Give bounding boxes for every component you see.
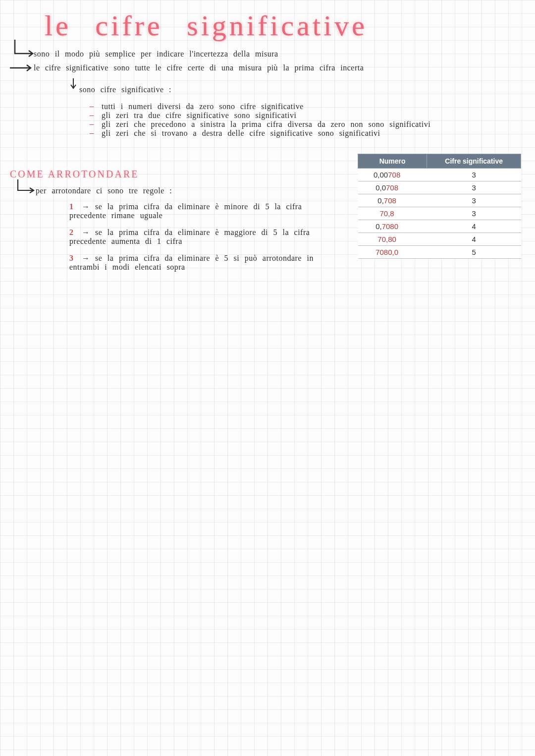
round-rule-text: se la prima cifra da eliminare è 5 si pu… [69, 254, 314, 271]
table-row: 7080,05 [358, 246, 521, 259]
cell-numero: 0,00708 [358, 169, 427, 181]
table-row: 70,804 [358, 233, 521, 246]
round-rule: 2 → se la prima cifra da eliminare è mag… [69, 228, 347, 246]
cell-numero: 0,7080 [358, 220, 427, 233]
cell-numero: 7080,0 [358, 246, 427, 259]
rule-number: 3 [69, 254, 74, 262]
arrow-down-icon [69, 78, 80, 92]
table-row: 0,7083 [358, 194, 521, 207]
rule-text: tutti i numeri diversi da zero sono cifr… [102, 102, 304, 111]
dash-icon: ‒ [89, 102, 95, 111]
dash-icon: ‒ [89, 129, 95, 137]
cell-cifre: 5 [427, 246, 521, 259]
table-header-cifre: Cifre significative [427, 154, 521, 169]
intro-line-1: sono il modo più semplice per indicare l… [34, 50, 519, 58]
arrow-icon [14, 179, 36, 196]
table-row: 0,70804 [358, 220, 521, 233]
intro-line-2: le cifre significative sono tutte le cif… [34, 63, 519, 72]
arrow-small-icon: → [82, 202, 90, 211]
rule-text: gli zeri tra due cifre significative son… [102, 111, 296, 119]
rule-number: 1 [69, 202, 74, 211]
rule-item: ‒ gli zeri che si trovano a destra delle… [89, 129, 380, 138]
page-title: le cifre significative [45, 9, 368, 42]
rule-text: gli zeri che precedono a sinistra la pri… [102, 120, 430, 128]
round-rule-text: se la prima cifra da eliminare è minore … [69, 202, 302, 220]
table-row: 70,83 [358, 207, 521, 220]
section-heading-rounding: COME ARROTONDARE [10, 169, 139, 180]
rule-item: ‒ tutti i numeri diversi da zero sono ci… [89, 102, 304, 111]
cell-numero: 70,80 [358, 233, 427, 246]
cell-numero: 0,0708 [358, 181, 427, 194]
cell-numero: 0,708 [358, 194, 427, 207]
cell-cifre: 3 [427, 207, 521, 220]
table-row: 0,007083 [358, 169, 521, 181]
table-row: 0,07083 [358, 181, 521, 194]
cell-cifre: 4 [427, 220, 521, 233]
arrow-small-icon: → [82, 254, 90, 262]
sig-figures-table: Numero Cifre significative 0,0070830,070… [358, 154, 521, 259]
arrow-small-icon: → [82, 228, 90, 236]
rule-number: 2 [69, 228, 74, 236]
dash-icon: ‒ [89, 111, 95, 119]
cell-cifre: 3 [427, 194, 521, 207]
rule-text: gli zeri che si trovano a destra delle c… [102, 129, 380, 137]
rule-item: ‒ gli zeri che precedono a sinistra la p… [89, 120, 430, 129]
arrow-icon [10, 40, 35, 62]
cell-cifre: 4 [427, 233, 521, 246]
cell-cifre: 3 [427, 181, 521, 194]
table-header-numero: Numero [358, 154, 427, 169]
rules-heading: sono cifre significative : [79, 85, 171, 94]
dash-icon: ‒ [89, 120, 95, 128]
cell-cifre: 3 [427, 169, 521, 181]
cell-numero: 70,8 [358, 207, 427, 220]
round-rule: 1 → se la prima cifra da eliminare è min… [69, 202, 342, 221]
rule-item: ‒ gli zeri tra due cifre significative s… [89, 111, 296, 120]
round-rule: 3 → se la prima cifra da eliminare è 5 s… [69, 254, 347, 272]
round-rule-text: se la prima cifra da eliminare è maggior… [69, 228, 310, 245]
arrow-icon [9, 63, 33, 72]
round-intro: per arrotondare ci sono tre regole : [36, 186, 172, 195]
